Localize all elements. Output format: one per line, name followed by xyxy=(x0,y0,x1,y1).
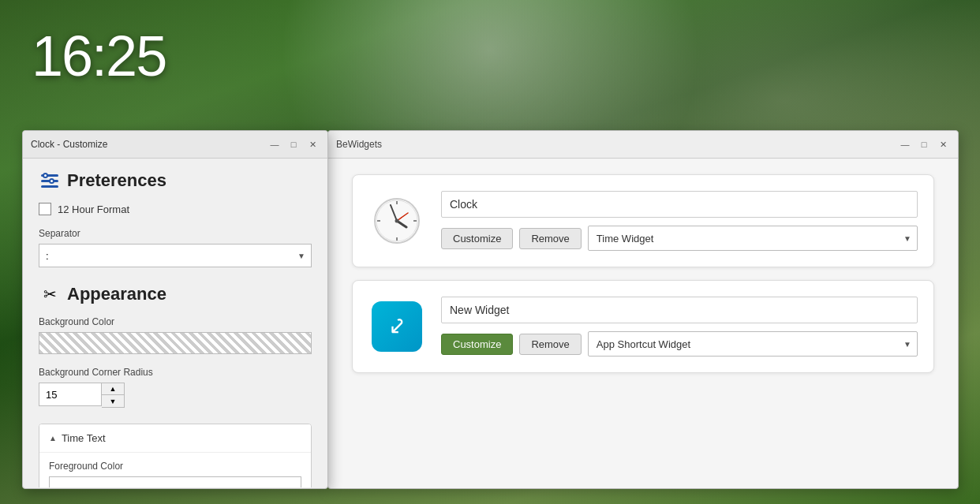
clock-widget-card: Customize Remove Time Widget App Shortcu… xyxy=(352,174,934,267)
clock-widget-info: Customize Remove Time Widget App Shortcu… xyxy=(441,191,918,251)
corner-radius-label: Background Corner Radius xyxy=(39,367,312,378)
clock-type-select[interactable]: Time Widget App Shortcut Widget xyxy=(588,226,918,251)
background-color-swatch[interactable] xyxy=(39,332,312,354)
app-shortcut-icon: ↩ xyxy=(372,301,422,352)
customize-window-title: Clock - Customize xyxy=(31,139,107,150)
corner-radius-field: Background Corner Radius ▲ ▼ xyxy=(39,367,312,408)
customize-window: Clock - Customize — □ ✕ Preterences xyxy=(22,130,328,489)
bewidgets-maximize-button[interactable]: □ xyxy=(917,137,931,151)
scissors-cross-icon: ✂ xyxy=(43,285,57,304)
bewidgets-window: BeWidgets — □ ✕ xyxy=(327,130,959,489)
customize-maximize-button[interactable]: □ xyxy=(286,137,301,151)
appearance-title: Appearance xyxy=(67,284,166,304)
bewidgets-body: Customize Remove Time Widget App Shortcu… xyxy=(328,159,958,487)
new-widget-customize-button[interactable]: Customize xyxy=(441,334,513,355)
customize-close-button[interactable]: ✕ xyxy=(305,137,320,151)
prefs-line-2 xyxy=(41,180,58,182)
foreground-color-swatch[interactable] xyxy=(49,476,301,487)
bewidgets-titlebar: BeWidgets — □ ✕ xyxy=(328,131,958,159)
stepper-down-button[interactable]: ▼ xyxy=(102,395,124,407)
separator-field: Separator : ▼ xyxy=(39,228,312,267)
separator-label: Separator xyxy=(39,228,312,239)
customize-window-controls: — □ ✕ xyxy=(267,137,320,151)
new-widget-actions: Customize Remove App Shortcut Widget Tim… xyxy=(441,331,918,357)
new-widget-type-select[interactable]: App Shortcut Widget Time Widget xyxy=(588,331,918,357)
corner-radius-stepper: ▲ ▼ xyxy=(39,383,312,408)
separator-select-wrapper: : ▼ xyxy=(39,244,312,267)
time-text-label: Time Text xyxy=(62,432,106,444)
corner-radius-input[interactable] xyxy=(39,383,102,406)
svg-point-9 xyxy=(395,219,399,223)
customize-minimize-button[interactable]: — xyxy=(267,137,282,151)
prefs-line-1 xyxy=(41,174,58,177)
prefs-line-3 xyxy=(41,185,58,188)
background-color-field: Background Color xyxy=(39,316,312,354)
stepper-buttons: ▲ ▼ xyxy=(102,383,125,408)
clock-widget-name-input[interactable] xyxy=(441,191,918,218)
foreground-color-label: Foreground Color xyxy=(49,461,301,472)
bewidgets-minimize-button[interactable]: — xyxy=(898,137,912,151)
12hr-format-label: 12 Hour Format xyxy=(58,203,129,215)
preferences-lines-icon xyxy=(41,174,58,188)
separator-select[interactable]: : xyxy=(39,244,312,267)
new-widget-name-input[interactable] xyxy=(441,297,918,323)
time-text-header[interactable]: ▲ Time Text xyxy=(39,424,311,452)
clock-customize-button[interactable]: Customize xyxy=(441,228,513,249)
preferences-icon xyxy=(39,170,61,192)
clock-type-select-wrapper: Time Widget App Shortcut Widget ▼ xyxy=(588,226,918,251)
time-text-section: ▲ Time Text Foreground Color xyxy=(39,424,312,487)
clock-widget-actions: Customize Remove Time Widget App Shortcu… xyxy=(441,226,918,251)
clock-widget-icon-area xyxy=(368,192,425,249)
new-widget-info: Customize Remove App Shortcut Widget Tim… xyxy=(441,297,918,357)
customize-titlebar: Clock - Customize — □ ✕ xyxy=(23,131,327,159)
appearance-section-header: ✂ Appearance xyxy=(39,283,312,305)
clock-icon xyxy=(373,197,421,245)
stepper-up-button[interactable]: ▲ xyxy=(102,383,124,395)
new-widget-remove-button[interactable]: Remove xyxy=(519,334,581,355)
12hr-format-row[interactable]: 12 Hour Format xyxy=(39,203,312,215)
preferences-section-header: Preterences xyxy=(39,170,312,192)
bewidgets-window-controls: — □ ✕ xyxy=(898,137,950,151)
12hr-format-checkbox[interactable] xyxy=(39,203,51,215)
appearance-icon: ✂ xyxy=(39,283,61,305)
new-widget-card: ↩ Customize Remove App Shortcut Widget T… xyxy=(352,280,934,373)
preferences-title: Preterences xyxy=(67,170,166,191)
time-text-body: Foreground Color xyxy=(39,452,311,487)
customize-body: Preterences 12 Hour Format Separator : ▼… xyxy=(23,159,327,487)
desktop-clock: 16:25 xyxy=(32,24,166,88)
new-widget-icon-area: ↩ xyxy=(368,298,425,355)
bewidgets-close-button[interactable]: ✕ xyxy=(936,137,950,151)
background-color-label: Background Color xyxy=(39,316,312,327)
desktop-clock-time: 16:25 xyxy=(32,24,166,88)
time-text-chevron-icon: ▲ xyxy=(49,434,57,442)
new-widget-type-select-wrapper: App Shortcut Widget Time Widget ▼ xyxy=(588,331,918,357)
clock-remove-button[interactable]: Remove xyxy=(519,228,581,249)
bewidgets-window-title: BeWidgets xyxy=(336,139,382,150)
app-shortcut-arrow-icon: ↩ xyxy=(381,311,413,342)
